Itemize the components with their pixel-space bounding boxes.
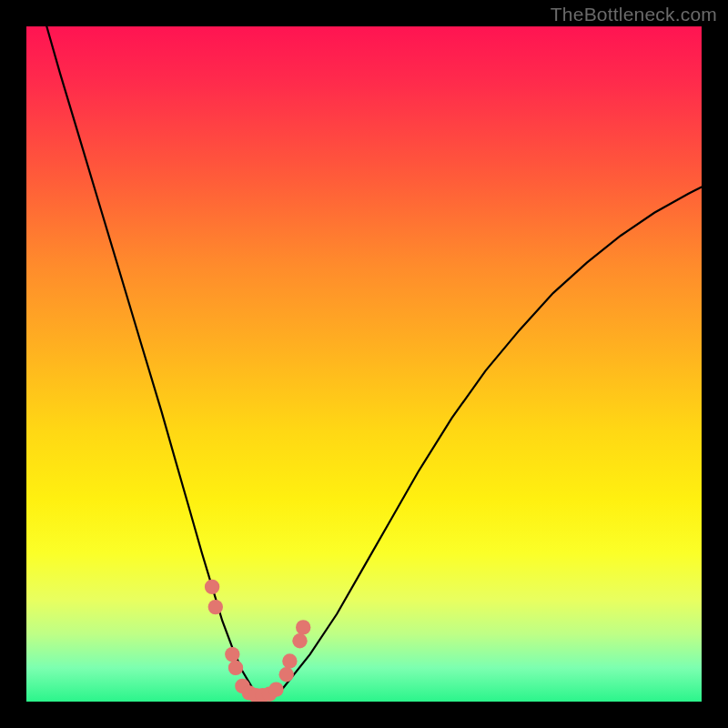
curve-marker [296, 620, 310, 634]
curve-marker [292, 633, 307, 648]
curve-marker [268, 682, 283, 696]
curve-marker [208, 600, 223, 614]
curve-marker [225, 647, 239, 662]
curve-marker [205, 580, 219, 594]
curve-marker [279, 667, 294, 682]
curve-marker [228, 661, 243, 675]
chart-svg-layer [26, 26, 702, 702]
curve-marker [282, 653, 297, 668]
curve-markers [205, 580, 310, 702]
chart-frame: TheBottleneck.com [0, 0, 728, 728]
watermark-text: TheBottleneck.com [551, 4, 717, 25]
bottleneck-curve [46, 26, 702, 698]
chart-plot-area [26, 26, 702, 702]
